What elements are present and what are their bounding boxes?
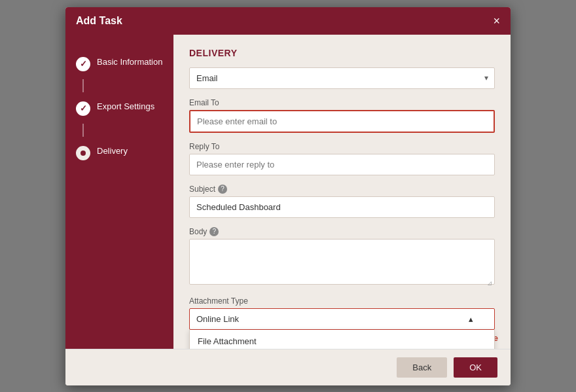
sidebar-item-label-basic-information: Basic Information bbox=[97, 56, 162, 67]
attachment-type-label: Attachment Type bbox=[189, 296, 495, 306]
add-task-modal: Add Task × ✓ Basic Information ✓ bbox=[65, 7, 511, 385]
step-icon-delivery bbox=[76, 146, 90, 160]
attachment-type-selected-value: Online Link bbox=[196, 314, 239, 324]
step-icon-basic-information: ✓ bbox=[76, 57, 90, 71]
sidebar-item-delivery[interactable]: Delivery bbox=[65, 137, 173, 168]
close-button[interactable]: × bbox=[493, 15, 500, 27]
step-icon-export-settings: ✓ bbox=[76, 101, 90, 116]
email-to-input[interactable] bbox=[189, 110, 495, 133]
ok-button[interactable]: OK bbox=[454, 357, 497, 378]
attachment-type-dropdown-trigger[interactable]: Online Link ▴ bbox=[189, 308, 495, 330]
email-to-label: Email To bbox=[189, 98, 495, 107]
body-group: Body ? ⊿ bbox=[189, 227, 495, 287]
delivery-type-select[interactable]: Email FTP File System bbox=[189, 67, 495, 89]
main-content: DELIVERY Email FTP File System ▾ Email T… bbox=[173, 35, 511, 349]
resize-handle-icon: ⊿ bbox=[487, 279, 494, 286]
subject-label: Subject ? bbox=[189, 185, 495, 194]
checkmark-basic-information: ✓ bbox=[80, 59, 87, 69]
email-to-group: Email To bbox=[189, 98, 495, 133]
section-title: DELIVERY bbox=[189, 48, 495, 58]
subject-group: Subject ? bbox=[189, 185, 495, 218]
reply-to-group: Reply To bbox=[189, 142, 495, 175]
modal-title: Add Task bbox=[76, 15, 122, 27]
attachment-type-section: Attachment Type Attachment Type Drop-dow… bbox=[189, 296, 495, 330]
attachment-type-chevron-up-icon: ▴ bbox=[469, 314, 473, 324]
dot-delivery bbox=[81, 151, 86, 156]
sidebar-item-export-settings[interactable]: ✓ Export Settings bbox=[65, 92, 173, 124]
body-label: Body ? bbox=[189, 227, 495, 236]
sidebar: ✓ Basic Information ✓ Export Settings bbox=[65, 35, 173, 349]
sidebar-connector-2 bbox=[82, 124, 84, 137]
body-info-icon[interactable]: ? bbox=[209, 227, 219, 236]
body-textarea-wrapper: ⊿ bbox=[189, 239, 495, 287]
checkmark-export-settings: ✓ bbox=[80, 103, 87, 113]
reply-to-label: Reply To bbox=[189, 142, 495, 151]
modal-overlay: Add Task × ✓ Basic Information ✓ bbox=[0, 0, 576, 392]
subject-input[interactable] bbox=[189, 196, 495, 218]
modal-body: ✓ Basic Information ✓ Export Settings bbox=[65, 35, 511, 349]
sidebar-item-label-delivery: Delivery bbox=[97, 145, 128, 156]
modal-header: Add Task × bbox=[65, 7, 511, 35]
sidebar-connector-1 bbox=[82, 79, 84, 92]
body-textarea[interactable] bbox=[189, 239, 495, 285]
attachment-option-file-attachment[interactable]: File Attachment bbox=[190, 330, 494, 349]
back-button[interactable]: Back bbox=[397, 357, 447, 378]
sidebar-item-label-export-settings: Export Settings bbox=[97, 100, 154, 111]
sidebar-item-basic-information[interactable]: ✓ Basic Information bbox=[65, 48, 173, 79]
attachment-dropdown-container: Attachment Type Drop-down bbox=[189, 308, 495, 330]
delivery-type-select-wrapper: Email FTP File System ▾ bbox=[189, 67, 495, 89]
modal-footer: Back OK bbox=[65, 349, 511, 385]
delivery-type-group: Email FTP File System ▾ bbox=[189, 67, 495, 89]
reply-to-input[interactable] bbox=[189, 154, 495, 175]
attachment-type-dropdown-menu: File Attachment Online Link bbox=[189, 330, 495, 349]
subject-info-icon[interactable]: ? bbox=[218, 185, 227, 194]
